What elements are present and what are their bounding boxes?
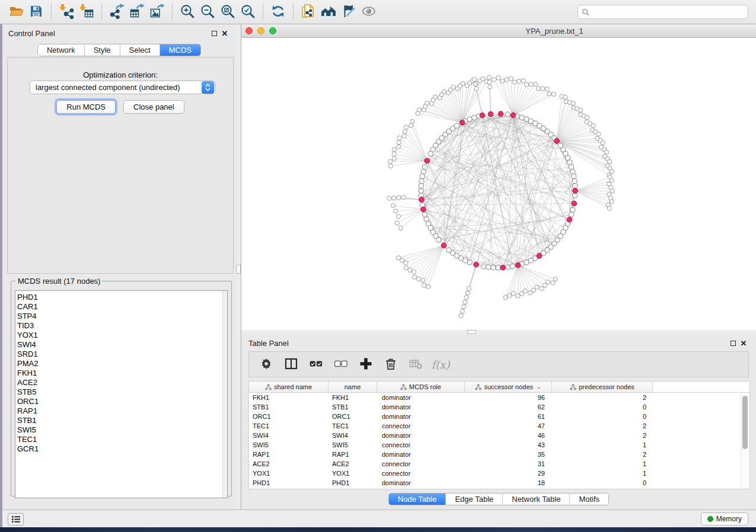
mcds-list-scrollbar[interactable]	[222, 291, 227, 498]
cell-predecessor-nodes: 0	[552, 412, 653, 421]
trash-button[interactable]	[379, 354, 402, 375]
table-panel-float-button[interactable]	[728, 338, 738, 348]
open-folder-button[interactable]	[6, 2, 26, 21]
memory-status-icon	[707, 516, 713, 522]
column-header-MCDS-role[interactable]: MCDS role	[377, 382, 465, 392]
zoom-out-icon	[200, 4, 215, 21]
table-row[interactable]: RAP1RAP1dominator352	[249, 450, 749, 459]
gear-button[interactable]	[255, 354, 277, 375]
zoom-window-icon[interactable]	[269, 27, 276, 34]
tab-network[interactable]: Network	[38, 44, 84, 56]
tab-mcds[interactable]: MCDS	[160, 44, 200, 56]
select-all-button[interactable]	[305, 354, 327, 375]
memory-label: Memory	[716, 515, 742, 523]
refresh-button[interactable]	[268, 2, 288, 21]
tab-select[interactable]: Select	[120, 44, 160, 56]
add-button[interactable]	[355, 354, 377, 375]
flag-button[interactable]	[339, 2, 359, 21]
table-scrollbar[interactable]	[741, 393, 748, 489]
cell-MCDS-role: dominator	[377, 478, 465, 488]
toolbar-separator	[263, 4, 263, 20]
horizontal-splitter[interactable]	[241, 330, 756, 335]
search-input[interactable]	[592, 8, 744, 16]
tab-edge-table[interactable]: Edge Table	[445, 493, 502, 505]
mcds-result-item: STB1	[17, 416, 227, 425]
cell-name: RAP1	[328, 450, 377, 459]
mcds-tab-content: Optimization criterion: largest connecte…	[7, 57, 234, 274]
cell-shared-name: ORC1	[249, 412, 328, 421]
task-history-button[interactable]	[8, 513, 24, 525]
zoom-fit-button[interactable]	[218, 2, 238, 21]
run-mcds-button[interactable]: Run MCDS	[56, 100, 116, 114]
column-header-successor-nodes[interactable]: successor nodes⌄	[465, 382, 552, 392]
network-window-titlebar[interactable]: YPA_prune.txt_1	[241, 24, 756, 38]
control-panel-header: Control Panel ✕	[2, 24, 236, 42]
table-row[interactable]: PHD1PHD1dominator180	[249, 478, 749, 488]
export-image-button[interactable]	[147, 2, 167, 21]
function-icon: f(x)	[432, 358, 450, 371]
import-network-button[interactable]	[56, 2, 76, 21]
table-row[interactable]: ORC1ORC1dominator610	[249, 412, 749, 421]
table-row[interactable]: SWI4SWI4dominator462	[249, 431, 749, 440]
columns-button[interactable]	[280, 354, 302, 375]
mcds-result-item: ACE2	[17, 378, 227, 387]
cell-shared-name: FKH1	[249, 393, 328, 402]
minimize-window-icon[interactable]	[257, 27, 264, 34]
close-panel-button[interactable]: Close panel	[123, 100, 184, 114]
splitter-grip[interactable]	[236, 265, 241, 274]
eye-button[interactable]	[359, 2, 379, 21]
list-icon	[11, 515, 21, 523]
column-type-icon	[265, 384, 272, 390]
memory-button[interactable]: Memory	[701, 512, 748, 525]
zoom-in-button[interactable]	[177, 2, 197, 21]
save-button[interactable]	[26, 2, 46, 21]
document-share-button[interactable]	[298, 2, 318, 21]
column-header-shared-name[interactable]: shared name	[249, 382, 328, 392]
column-header-label: successor nodes	[484, 383, 533, 390]
import-table-button[interactable]	[76, 2, 97, 21]
column-header-name[interactable]: name	[328, 382, 377, 392]
table-row[interactable]: YOX1YOX1connector291	[249, 469, 749, 478]
tab-motifs[interactable]: Motifs	[569, 493, 608, 505]
mcds-result-list[interactable]: PHD1CAR1STP4TID3YOX1SWI4SRD1PMA2FKH1ACE2…	[15, 290, 228, 498]
cell-shared-name: SWI5	[249, 440, 328, 450]
cell-name: STB1	[328, 402, 377, 412]
control-panel-float-button[interactable]	[209, 28, 219, 38]
toolbar-separator	[101, 4, 102, 20]
tab-network-table[interactable]: Network Table	[502, 493, 569, 505]
cell-MCDS-role: dominator	[377, 450, 465, 459]
zoom-out-button[interactable]	[197, 2, 218, 21]
tab-node-table[interactable]: Node Table	[389, 493, 446, 505]
table-row[interactable]: TEC1TEC1connector472	[249, 421, 749, 431]
select-all-icon	[310, 357, 323, 372]
deselect-all-button[interactable]	[330, 354, 352, 375]
column-header-predecessor-nodes[interactable]: predecessor nodes	[552, 382, 653, 392]
cell-successor-nodes: 46	[465, 431, 552, 440]
houses-button[interactable]	[318, 2, 339, 21]
table-row[interactable]: SWI5SWI5connector431	[249, 440, 749, 450]
table-row[interactable]: FKH1FKH1dominator962	[249, 393, 749, 402]
splitter-grip[interactable]	[467, 330, 476, 334]
cell-successor-nodes: 62	[465, 402, 552, 412]
table-row[interactable]: STB1STB1dominator620	[249, 402, 749, 412]
export-table-button[interactable]	[127, 2, 147, 21]
zoom-selected-button[interactable]	[238, 2, 258, 21]
vertical-splitter[interactable]	[236, 24, 241, 509]
search-box[interactable]	[578, 5, 748, 19]
control-panel-tabs: NetworkStyleSelectMCDS	[2, 44, 236, 56]
cell-successor-nodes: 47	[465, 421, 552, 431]
close-window-icon[interactable]	[245, 27, 253, 34]
tab-style[interactable]: Style	[84, 44, 120, 56]
scrollbar-thumb[interactable]	[742, 396, 748, 449]
table-panel-close-button[interactable]: ✕	[738, 338, 749, 348]
cell-successor-nodes: 18	[465, 478, 552, 488]
network-canvas[interactable]	[241, 38, 756, 330]
save-icon	[28, 4, 44, 21]
cell-name: PHD1	[328, 478, 377, 488]
mcds-result-item: TID3	[17, 321, 227, 331]
control-panel-close-button[interactable]: ✕	[219, 28, 230, 38]
export-network-button[interactable]	[107, 2, 127, 21]
cell-predecessor-nodes: 0	[552, 478, 653, 488]
criterion-select[interactable]: largest connected component (undirected)	[30, 81, 215, 94]
table-row[interactable]: ACE2ACE2connector311	[249, 459, 749, 469]
